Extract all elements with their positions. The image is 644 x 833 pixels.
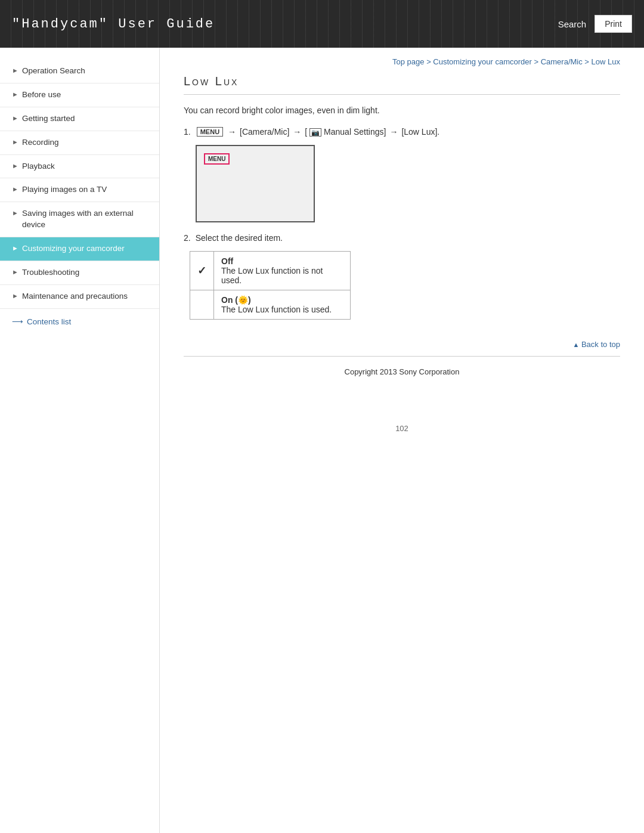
step-2-number: 2. xyxy=(184,233,191,243)
sidebar-item-saving-images[interactable]: ► Saving images with an external device xyxy=(0,202,159,237)
breadcrumb-camera-mic[interactable]: Camera/Mic xyxy=(541,57,583,66)
sidebar-item-before-use[interactable]: ► Before use xyxy=(0,83,159,107)
breadcrumb-sep3: > xyxy=(584,57,591,66)
sidebar-item-customizing[interactable]: ► Customizing your camcorder xyxy=(0,237,159,261)
breadcrumb-sep2: > xyxy=(534,57,540,66)
main-content: Top page > Customizing your camcorder > … xyxy=(160,48,644,833)
arrow-icon-2: → xyxy=(293,127,301,137)
breadcrumb-current: Low Lux xyxy=(592,57,620,66)
contents-list-arrow-icon: ⟶ xyxy=(12,317,23,326)
sidebar-item-recording[interactable]: ► Recording xyxy=(0,131,159,155)
arrow-icon: ► xyxy=(12,268,18,275)
site-title: "Handycam" User Guide xyxy=(12,17,215,32)
arrow-icon: ► xyxy=(12,138,18,145)
header: "Handycam" User Guide Search Print xyxy=(0,0,644,48)
sidebar-item-troubleshooting[interactable]: ► Troubleshooting xyxy=(0,261,159,285)
sidebar-item-label: Before use xyxy=(22,89,61,101)
option-off-desc: The Low Lux function is not used. xyxy=(221,266,323,285)
camera-screen-menu-label: MENU xyxy=(204,153,230,165)
sidebar-item-operation-search[interactable]: ► Operation Search xyxy=(0,60,159,83)
step-2: 2. Select the desired item. ✓ Off The Lo… xyxy=(184,233,620,320)
sidebar-item-label: Customizing your camcorder xyxy=(22,243,125,255)
intro-text: You can record bright color images, even… xyxy=(184,106,620,115)
arrow-icon: ► xyxy=(12,67,18,74)
arrow-icon: ► xyxy=(12,162,18,169)
breadcrumb-top-page[interactable]: Top page xyxy=(392,57,425,66)
step-1-manual-icon: [ 📷 xyxy=(305,127,321,137)
arrow-icon-3: → xyxy=(389,127,398,137)
options-table: ✓ Off The Low Lux function is not used. … xyxy=(190,251,351,320)
step-1-low-lux: [Low Lux]. xyxy=(401,127,439,137)
sidebar-item-label: Troubleshooting xyxy=(22,267,79,278)
menu-button-icon: MENU xyxy=(197,127,223,137)
arrow-icon-1: → xyxy=(228,127,236,137)
sidebar-item-label: Recording xyxy=(22,137,59,148)
checkmark-cell: ✓ xyxy=(190,252,214,290)
page-layout: ► Operation Search ► Before use ► Gettin… xyxy=(0,48,644,833)
contents-list-link[interactable]: ⟶ Contents list xyxy=(0,309,159,335)
step-2-instruction: 2. Select the desired item. xyxy=(184,233,620,243)
sidebar-item-playback[interactable]: ► Playback xyxy=(0,155,159,179)
sidebar: ► Operation Search ► Before use ► Gettin… xyxy=(0,48,160,833)
arrow-icon: ► xyxy=(12,91,18,98)
step-1-instruction: 1. MENU → [Camera/Mic] → [ 📷 Manual Sett… xyxy=(184,127,620,137)
step-1-number: 1. xyxy=(184,127,191,137)
checkmark-icon: ✓ xyxy=(197,265,206,277)
step-1: 1. MENU → [Camera/Mic] → [ 📷 Manual Sett… xyxy=(184,127,620,222)
page-number: 102 xyxy=(184,424,620,433)
back-to-top-text: Back to top xyxy=(581,340,620,349)
table-row: On (🌞) The Low Lux function is used. xyxy=(190,290,351,320)
option-off-cell: Off The Low Lux function is not used. xyxy=(214,252,351,290)
breadcrumb: Top page > Customizing your camcorder > … xyxy=(184,48,620,75)
sidebar-item-label: Operation Search xyxy=(22,66,85,77)
content-section-intro: You can record bright color images, even… xyxy=(184,106,620,115)
table-row: ✓ Off The Low Lux function is not used. xyxy=(190,252,351,290)
sidebar-item-label: Getting started xyxy=(22,113,75,125)
page-title: Low Lux xyxy=(184,75,620,95)
sidebar-item-label: Maintenance and precautions xyxy=(22,291,128,302)
back-to-top: ▲ Back to top xyxy=(184,330,620,354)
sidebar-item-playing-images[interactable]: ► Playing images on a TV xyxy=(0,178,159,202)
header-controls: Search Print xyxy=(558,15,632,33)
sidebar-item-label: Saving images with an external device xyxy=(22,208,151,231)
search-label[interactable]: Search xyxy=(558,19,587,29)
camera-screen-illustration: MENU xyxy=(196,145,315,222)
option-on-cell: On (🌞) The Low Lux function is used. xyxy=(214,290,351,320)
arrow-icon: ► xyxy=(12,114,18,122)
arrow-icon: ► xyxy=(12,185,18,193)
step-1-manual-text: Manual Settings] xyxy=(324,127,386,137)
triangle-up-icon: ▲ xyxy=(572,341,579,348)
breadcrumb-sep1: > xyxy=(426,57,433,66)
sidebar-item-getting-started[interactable]: ► Getting started xyxy=(0,107,159,131)
empty-check-cell xyxy=(190,290,214,320)
sidebar-item-label: Playback xyxy=(22,161,55,172)
arrow-icon: ► xyxy=(12,292,18,299)
footer: Copyright 2013 Sony Corporation xyxy=(184,357,620,400)
print-button[interactable]: Print xyxy=(595,15,632,33)
sidebar-item-maintenance[interactable]: ► Maintenance and precautions xyxy=(0,285,159,309)
back-to-top-link[interactable]: ▲ Back to top xyxy=(572,340,620,349)
option-off-label: Off xyxy=(221,256,233,266)
arrow-icon: ► xyxy=(12,244,18,252)
sidebar-item-label: Playing images on a TV xyxy=(22,184,107,196)
contents-list-text: Contents list xyxy=(27,317,71,326)
arrow-icon: ► xyxy=(12,209,18,216)
step-1-camera-mic: [Camera/Mic] xyxy=(240,127,289,137)
step-2-text: Select the desired item. xyxy=(196,233,283,243)
copyright-text: Copyright 2013 Sony Corporation xyxy=(345,367,460,376)
breadcrumb-customizing[interactable]: Customizing your camcorder xyxy=(433,57,531,66)
option-on-label: On (🌞) xyxy=(221,295,251,305)
option-on-desc: The Low Lux function is used. xyxy=(221,305,332,314)
